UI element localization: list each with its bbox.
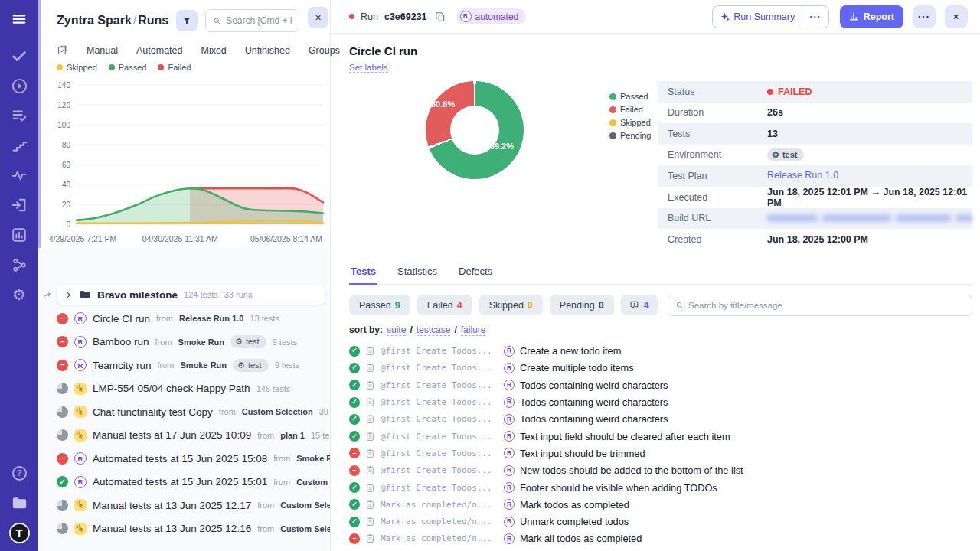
run-summary-label: Run Summary [730, 11, 802, 22]
runs-search[interactable] [205, 9, 299, 32]
run-type-icon: R [74, 452, 87, 465]
test-list-item[interactable]: ✓ Mark as completed/n... R Unmark comple… [349, 513, 972, 530]
test-list-item[interactable]: – Mark as completed/n... R Mark all todo… [349, 530, 972, 547]
pending-filter-pill[interactable]: Pending 0 [550, 295, 614, 315]
filter-button[interactable] [176, 10, 198, 31]
reports-bar-chart-icon[interactable] [9, 225, 29, 245]
breadcrumb-project[interactable]: Zyntra Spark [57, 14, 132, 27]
integrations-branch-icon[interactable] [9, 255, 29, 275]
test-list-item[interactable]: ✓ @first Create Todos... R Todos contain… [349, 411, 972, 428]
run-list-item[interactable]: ✓ R Automated tests at 15 Jun 2025 15:01… [38, 471, 330, 494]
copy-icon[interactable] [435, 11, 446, 22]
run-from-label: from [257, 524, 274, 533]
donut-legend-failed[interactable]: Failed [609, 105, 651, 114]
import-icon[interactable] [9, 195, 29, 215]
comments-filter-pill[interactable]: 4 [621, 295, 658, 315]
milestone-folder-row[interactable]: Bravo milestone 124 tests 33 runs [57, 285, 325, 305]
runs-tab-automated[interactable]: Automated [136, 45, 182, 56]
automated-test-icon: R [504, 363, 514, 373]
tab-defects[interactable]: Defects [457, 262, 494, 284]
results-donut-chart: 30.8% 69.2% [426, 81, 524, 179]
runs-play-icon[interactable] [9, 76, 29, 96]
tests-search[interactable] [668, 295, 972, 316]
donut-legend-passed[interactable]: Passed [609, 92, 651, 101]
runs-search-input[interactable] [226, 15, 292, 26]
run-summary-more-button[interactable]: ··· [802, 6, 828, 28]
projects-folder-icon[interactable] [9, 493, 29, 513]
test-list-item[interactable]: ✓ @first Create Todos... R Text input fi… [349, 428, 972, 445]
test-list-item[interactable]: ✓ @first Create Todos... R Footer should… [349, 479, 972, 496]
sort-row: sort by: suite/testcase/failure [349, 324, 972, 336]
run-list-item[interactable]: – R Automated tests at 15 Jun 2025 15:08… [38, 447, 330, 471]
plans-list-check-icon[interactable] [9, 106, 29, 126]
chevron-right-icon[interactable] [64, 291, 73, 299]
report-button[interactable]: Report [840, 5, 903, 28]
run-list-item[interactable]: – R Circle CI run from Release Run 1.0 1… [38, 307, 330, 331]
runs-tab-unfinished[interactable]: Unfinished [245, 45, 290, 56]
passed-filter-pill[interactable]: Passed 9 [349, 295, 410, 315]
test-suite: Mark as completed/n... [381, 500, 498, 510]
skipped-filter-pill[interactable]: Skipped 0 [479, 295, 543, 315]
panel-close-button[interactable]: × [308, 7, 328, 28]
donut-legend-skipped[interactable]: Skipped [609, 118, 651, 127]
automated-badge[interactable]: R automated [456, 8, 527, 24]
test-list-item[interactable]: ✓ @first Create Todos... R Create multip… [349, 360, 972, 377]
detail-value-status: FAILED [767, 86, 812, 97]
run-name: LMP-554 05/04 check Happy Path [93, 383, 250, 394]
detail-row-duration: Duration26s [658, 103, 972, 124]
tab-tests[interactable]: Tests [349, 262, 377, 285]
run-summary-button[interactable]: Run Summary ··· [712, 5, 828, 28]
sort-by-suite[interactable]: suite [387, 324, 406, 336]
donut-legend-pending[interactable]: Pending [609, 131, 651, 140]
legend-item-failed[interactable]: Failed [158, 63, 191, 72]
run-list-item[interactable]: – R Bamboo run from Smoke Run ⚙test 9 te… [38, 331, 330, 354]
failed-filter-pill[interactable]: Failed 4 [417, 295, 472, 315]
milestones-stairs-icon[interactable] [9, 135, 29, 155]
test-list-item[interactable]: – @first Create Todos... R Text input sh… [349, 445, 972, 461]
run-from-value: Smoke Run [296, 454, 330, 463]
test-list-item[interactable]: ✓ @first Create Todos... R Create a new … [349, 343, 972, 360]
more-options-button[interactable]: ··· [913, 5, 936, 28]
detail-row-tests: Tests13 [658, 123, 972, 145]
test-list-item[interactable]: ✓ @first Create Todos... R Todos contain… [349, 393, 972, 410]
hamburger-menu-icon[interactable] [9, 9, 29, 29]
tab-statistics[interactable]: Statistics [396, 262, 439, 284]
automated-test-icon: R [504, 533, 514, 544]
legend-item-passed[interactable]: Passed [109, 63, 147, 72]
runs-tab-groups[interactable]: Groups [309, 45, 340, 56]
test-list-item[interactable]: ✓ @first Create Todos... R Todos contain… [349, 377, 972, 393]
run-list-item[interactable]: Manual tests at 13 Jun 2025 12:16 from C… [38, 517, 330, 541]
comments-count: 4 [644, 300, 649, 311]
analytics-pulse-icon[interactable] [9, 165, 29, 185]
run-type-icon: R [74, 312, 87, 324]
run-list-item[interactable]: LMP-554 05/04 check Happy Path 146 tests [38, 377, 330, 401]
select-all-icon[interactable] [57, 44, 68, 56]
set-labels-link[interactable]: Set labels [349, 63, 388, 73]
app-logo[interactable]: T [9, 523, 30, 543]
settings-gear-icon[interactable]: ⚙ [9, 285, 29, 305]
close-run-button[interactable]: × [945, 5, 968, 28]
automated-test-icon: R [504, 414, 514, 425]
legend-dot [609, 93, 616, 100]
run-list-item[interactable]: Chat functinality test Copy from Custom … [38, 400, 330, 424]
run-list-item[interactable]: Manual tests at 13 Jun 2025 12:17 from C… [38, 494, 330, 517]
test-list-item[interactable]: – @first Create Todos... R New todos sho… [349, 462, 972, 479]
runs-tab-mixed[interactable]: Mixed [201, 45, 226, 56]
tests-check-icon[interactable] [9, 46, 29, 66]
test-list-item[interactable]: ✓ Mark as completed/n... R Mark todos as… [349, 496, 972, 513]
run-list-item[interactable]: Manual tests at 17 Jun 2025 10:09 from p… [38, 424, 330, 448]
test-plan-link[interactable]: Release Run 1.0 [767, 170, 838, 181]
runs-tab-manual[interactable]: Manual [87, 45, 118, 56]
test-status-icon: – [349, 448, 360, 458]
run-tests-count: 9 tests [275, 360, 299, 370]
folder-tests-count: 124 tests [184, 290, 218, 299]
run-type-icon [74, 383, 87, 395]
run-list-item[interactable]: – R Teamcity run from Smoke Run ⚙test 9 … [38, 354, 330, 377]
app-sidebar: ⚙ ? T [0, 0, 38, 551]
tests-search-input[interactable] [688, 301, 965, 310]
sort-by-testcase[interactable]: testcase [416, 324, 451, 336]
sort-by-failure[interactable]: failure [461, 324, 486, 336]
svg-text:4/29/2025 7:21 PM: 4/29/2025 7:21 PM [49, 234, 117, 243]
help-icon[interactable]: ? [9, 463, 29, 483]
legend-item-skipped[interactable]: Skipped [57, 63, 97, 72]
